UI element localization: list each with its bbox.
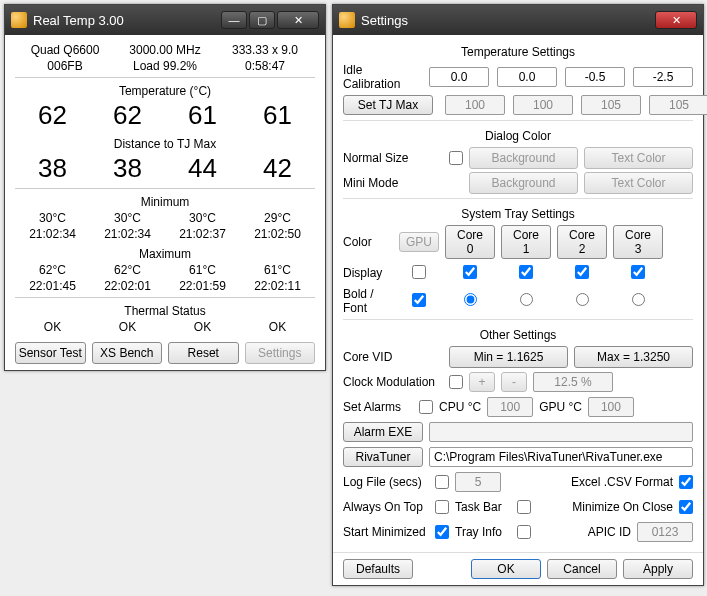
reset-button[interactable]: Reset bbox=[168, 342, 239, 364]
tj-1 bbox=[513, 95, 573, 115]
dist-0: 38 bbox=[15, 153, 90, 184]
cpu-name: Quad Q6600 bbox=[15, 43, 115, 57]
alarm-exe-button[interactable]: Alarm EXE bbox=[343, 422, 423, 442]
bold-label: Bold / Font bbox=[343, 287, 393, 315]
temp-2: 61 bbox=[165, 100, 240, 131]
cm-minus-button[interactable]: - bbox=[501, 372, 527, 392]
maximize-button[interactable]: ▢ bbox=[249, 11, 275, 29]
trayinfo-label: Tray Info bbox=[455, 525, 511, 539]
cm-pct bbox=[533, 372, 613, 392]
min-2: 30°C bbox=[165, 211, 240, 225]
taskbar-check[interactable] bbox=[517, 500, 531, 514]
cpu-c-label: CPU °C bbox=[439, 400, 481, 414]
thermal-2: OK bbox=[165, 320, 240, 334]
core3-button[interactable]: Core 3 bbox=[613, 225, 663, 259]
core1-button[interactable]: Core 1 bbox=[501, 225, 551, 259]
display-1-check[interactable] bbox=[519, 265, 533, 279]
dist-2: 44 bbox=[165, 153, 240, 184]
cpu-id: 006FB bbox=[15, 59, 115, 73]
tj-2 bbox=[581, 95, 641, 115]
mini-tc-button[interactable]: Text Color bbox=[584, 172, 693, 194]
display-0-check[interactable] bbox=[463, 265, 477, 279]
display-label: Display bbox=[343, 266, 393, 280]
sec-dialog: Dialog Color bbox=[343, 129, 693, 143]
mini-bg-button[interactable]: Background bbox=[469, 172, 578, 194]
xs-bench-button[interactable]: XS Bench bbox=[92, 342, 163, 364]
display-3-check[interactable] bbox=[631, 265, 645, 279]
normal-tc-button[interactable]: Text Color bbox=[584, 147, 693, 169]
normal-label: Normal Size bbox=[343, 151, 443, 165]
log-check[interactable] bbox=[435, 475, 449, 489]
alarm-cpu bbox=[487, 397, 533, 417]
settings-close-button[interactable]: ✕ bbox=[655, 11, 697, 29]
apic-label: APIC ID bbox=[588, 525, 631, 539]
sec-other: Other Settings bbox=[343, 328, 693, 342]
idle-cal-label: Idle Calibration bbox=[343, 63, 423, 91]
font-0-radio[interactable] bbox=[464, 293, 477, 306]
min-time-3: 21:02:50 bbox=[240, 227, 315, 241]
minimize-button[interactable]: — bbox=[221, 11, 247, 29]
alarms-check[interactable] bbox=[419, 400, 433, 414]
clockmod-check[interactable] bbox=[449, 375, 463, 389]
tj-0 bbox=[445, 95, 505, 115]
settings-title: Settings bbox=[361, 13, 408, 28]
vid-max-button[interactable]: Max = 1.3250 bbox=[574, 346, 693, 368]
display-2-check[interactable] bbox=[575, 265, 589, 279]
rivatuner-button[interactable]: RivaTuner bbox=[343, 447, 423, 467]
set-tj-button[interactable]: Set TJ Max bbox=[343, 95, 433, 115]
temp-3: 61 bbox=[240, 100, 315, 131]
trayinfo-check[interactable] bbox=[517, 525, 531, 539]
alarm-gpu bbox=[588, 397, 634, 417]
thermal-1: OK bbox=[90, 320, 165, 334]
sec-temp: Temperature Settings bbox=[343, 45, 693, 59]
cpu-load: Load 99.2% bbox=[115, 59, 215, 73]
log-label: Log File (secs) bbox=[343, 475, 429, 489]
font-3-radio[interactable] bbox=[632, 293, 645, 306]
gpu-button[interactable]: GPU bbox=[399, 232, 439, 252]
core2-button[interactable]: Core 2 bbox=[557, 225, 607, 259]
font-1-radio[interactable] bbox=[520, 293, 533, 306]
defaults-button[interactable]: Defaults bbox=[343, 559, 413, 579]
thermal-0: OK bbox=[15, 320, 90, 334]
min-3: 29°C bbox=[240, 211, 315, 225]
close-button[interactable]: ✕ bbox=[277, 11, 319, 29]
ok-button[interactable]: OK bbox=[471, 559, 541, 579]
font-2-radio[interactable] bbox=[576, 293, 589, 306]
apply-button[interactable]: Apply bbox=[623, 559, 693, 579]
tj-3 bbox=[649, 95, 707, 115]
min-time-2: 21:02:37 bbox=[165, 227, 240, 241]
max-time-1: 22:02:01 bbox=[90, 279, 165, 293]
clockmod-label: Clock Modulation bbox=[343, 375, 443, 389]
alarms-label: Set Alarms bbox=[343, 400, 413, 414]
aot-check[interactable] bbox=[435, 500, 449, 514]
max-1: 62°C bbox=[90, 263, 165, 277]
idle-cal-0[interactable] bbox=[429, 67, 489, 87]
normal-check[interactable] bbox=[449, 151, 463, 165]
log-secs bbox=[455, 472, 501, 492]
idle-cal-1[interactable] bbox=[497, 67, 557, 87]
startmin-check[interactable] bbox=[435, 525, 449, 539]
cpu-fsb: 333.33 x 9.0 bbox=[215, 43, 315, 57]
alarm-exe-path bbox=[429, 422, 693, 442]
riva-path[interactable] bbox=[429, 447, 693, 467]
settings-button[interactable]: Settings bbox=[245, 342, 316, 364]
idle-cal-2[interactable] bbox=[565, 67, 625, 87]
excel-label: Excel .CSV Format bbox=[571, 475, 673, 489]
excel-check[interactable] bbox=[679, 475, 693, 489]
app-icon bbox=[11, 12, 27, 28]
settings-titlebar: Settings ✕ bbox=[333, 5, 703, 35]
idle-cal-3[interactable] bbox=[633, 67, 693, 87]
vid-min-button[interactable]: Min = 1.1625 bbox=[449, 346, 568, 368]
normal-bg-button[interactable]: Background bbox=[469, 147, 578, 169]
sensor-test-button[interactable]: Sensor Test bbox=[15, 342, 86, 364]
display-gpu-check[interactable] bbox=[412, 265, 426, 279]
color-label: Color bbox=[343, 235, 393, 249]
cancel-button[interactable]: Cancel bbox=[547, 559, 617, 579]
min-time-0: 21:02:34 bbox=[15, 227, 90, 241]
minclose-check[interactable] bbox=[679, 500, 693, 514]
core0-button[interactable]: Core 0 bbox=[445, 225, 495, 259]
temp-0: 62 bbox=[15, 100, 90, 131]
cm-plus-button[interactable]: + bbox=[469, 372, 495, 392]
thermal-3: OK bbox=[240, 320, 315, 334]
bold-check[interactable] bbox=[412, 293, 426, 307]
